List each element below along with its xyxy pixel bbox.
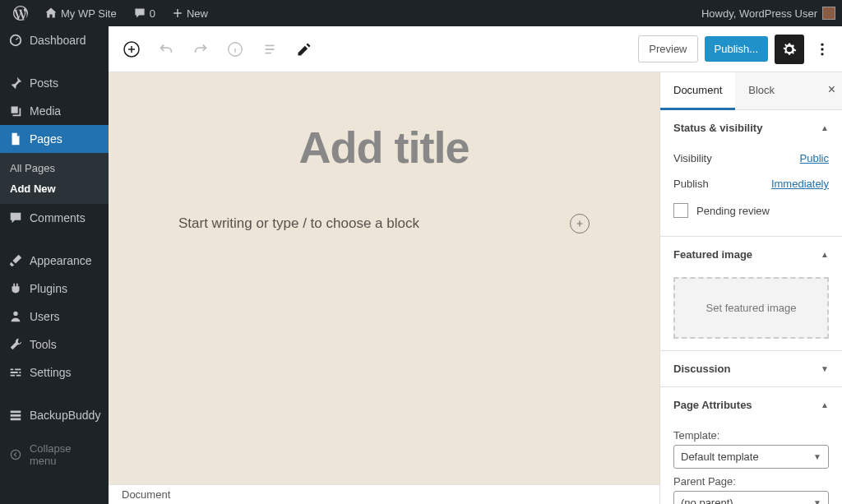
chevron-up-icon: ▲ <box>821 250 829 259</box>
sidebar-submenu: All Pages Add New <box>0 153 109 204</box>
page-icon <box>8 132 23 146</box>
template-select[interactable]: Default template ▼ <box>673 445 829 469</box>
status-header[interactable]: Status & visibility ▲ <box>660 110 842 146</box>
pending-review-checkbox[interactable] <box>673 203 688 218</box>
avatar[interactable] <box>822 7 835 20</box>
dashboard-icon <box>8 33 23 48</box>
parent-label: Parent Page: <box>673 475 829 488</box>
chevron-down-icon: ▼ <box>813 452 821 461</box>
settings-button[interactable] <box>775 35 804 64</box>
section-discussion: Discussion ▼ <box>660 351 842 387</box>
comments-link[interactable]: 0 <box>127 0 162 26</box>
wrench-icon <box>8 337 23 352</box>
edit-button[interactable] <box>289 35 319 64</box>
pin-icon <box>8 76 23 90</box>
svg-point-3 <box>821 43 823 45</box>
title-input[interactable]: Add title <box>299 122 470 173</box>
pending-review-label: Pending review <box>696 205 770 217</box>
user-icon <box>8 309 23 324</box>
block-prompt[interactable]: Start writing or type / to choose a bloc… <box>178 214 590 234</box>
discussion-header[interactable]: Discussion ▼ <box>660 351 842 386</box>
chevron-down-icon: ▼ <box>821 364 829 373</box>
comments-icon <box>8 210 23 225</box>
svg-point-4 <box>821 48 823 50</box>
comment-icon <box>133 7 146 20</box>
site-name: My WP Site <box>61 7 117 20</box>
close-panel-button[interactable]: × <box>828 82 835 97</box>
svg-point-0 <box>11 450 20 459</box>
sidebar-item-backupbuddy[interactable]: BackupBuddy <box>0 401 109 429</box>
breadcrumb[interactable]: Document <box>109 484 659 504</box>
chevron-up-icon: ▲ <box>821 123 829 132</box>
block-prompt-text: Start writing or type / to choose a bloc… <box>178 215 419 232</box>
tab-block[interactable]: Block <box>735 72 788 109</box>
wp-logo[interactable] <box>7 0 35 26</box>
undo-button[interactable] <box>151 35 181 64</box>
admin-sidebar: Dashboard Posts Media Pages All Pages Ad… <box>0 26 109 504</box>
settings-panel: Document Block × Status & visibility ▲ V… <box>659 72 842 504</box>
sliders-icon <box>8 365 23 380</box>
sidebar-item-media[interactable]: Media <box>0 97 109 125</box>
redo-button[interactable] <box>186 35 215 64</box>
editor-canvas[interactable]: Add title Start writing or type / to cho… <box>109 72 659 504</box>
preview-button[interactable]: Preview <box>638 35 697 62</box>
collapse-icon <box>8 448 23 461</box>
brush-icon <box>8 253 23 268</box>
sidebar-item-tools[interactable]: Tools <box>0 331 109 358</box>
publish-button[interactable]: Publish... <box>705 36 768 62</box>
visibility-value[interactable]: Public <box>800 152 829 164</box>
sidebar-item-pages[interactable]: Pages <box>0 125 109 153</box>
visibility-label: Visibility <box>673 152 712 164</box>
sidebar-item-settings[interactable]: Settings <box>0 358 109 386</box>
submenu-add-new[interactable]: Add New <box>0 178 109 199</box>
svg-point-5 <box>821 53 823 55</box>
attributes-header[interactable]: Page Attributes ▲ <box>660 387 842 423</box>
set-featured-image[interactable]: Set featured image <box>673 277 829 339</box>
panel-tabs: Document Block × <box>660 72 842 110</box>
sidebar-item-dashboard[interactable]: Dashboard <box>0 26 109 54</box>
section-status: Status & visibility ▲ Visibility Public … <box>660 110 842 237</box>
featured-header[interactable]: Featured image ▲ <box>660 237 842 272</box>
sidebar-item-comments[interactable]: Comments <box>0 204 109 232</box>
new-label: New <box>187 7 208 20</box>
home-icon <box>44 7 58 20</box>
submenu-all-pages[interactable]: All Pages <box>0 158 109 178</box>
parent-select[interactable]: (no parent) ▼ <box>673 491 829 504</box>
site-link[interactable]: My WP Site <box>38 0 123 26</box>
sidebar-item-appearance[interactable]: Appearance <box>0 247 109 275</box>
collapse-menu[interactable]: Collapse menu <box>0 436 109 474</box>
sidebar-item-users[interactable]: Users <box>0 303 109 331</box>
greeting[interactable]: Howdy, WordPress User <box>701 7 817 20</box>
backup-icon <box>8 408 23 423</box>
add-block-button[interactable] <box>117 35 146 64</box>
editor-toolbar: Preview Publish... <box>109 26 842 72</box>
more-button[interactable] <box>811 35 834 64</box>
chevron-up-icon: ▲ <box>821 400 829 409</box>
section-attributes: Page Attributes ▲ Template: Default temp… <box>660 387 842 504</box>
plug-icon <box>8 281 23 296</box>
admin-topbar: My WP Site 0 New Howdy, WordPress User <box>0 0 842 26</box>
insert-block-button[interactable] <box>570 214 590 234</box>
tab-document[interactable]: Document <box>660 72 735 110</box>
sidebar-item-plugins[interactable]: Plugins <box>0 275 109 303</box>
section-featured: Featured image ▲ Set featured image <box>660 237 842 351</box>
sidebar-item-posts[interactable]: Posts <box>0 69 109 97</box>
publish-label: Publish <box>673 178 709 190</box>
editor: Preview Publish... Add title Start writi… <box>109 26 842 504</box>
publish-value[interactable]: Immediately <box>771 178 829 190</box>
outline-button[interactable] <box>255 35 285 64</box>
template-label: Template: <box>673 429 829 442</box>
comments-count: 0 <box>150 7 155 20</box>
new-link[interactable]: New <box>165 0 215 26</box>
plus-icon <box>172 7 183 19</box>
info-button[interactable] <box>220 35 250 64</box>
media-icon <box>8 104 23 118</box>
chevron-down-icon: ▼ <box>813 498 821 504</box>
